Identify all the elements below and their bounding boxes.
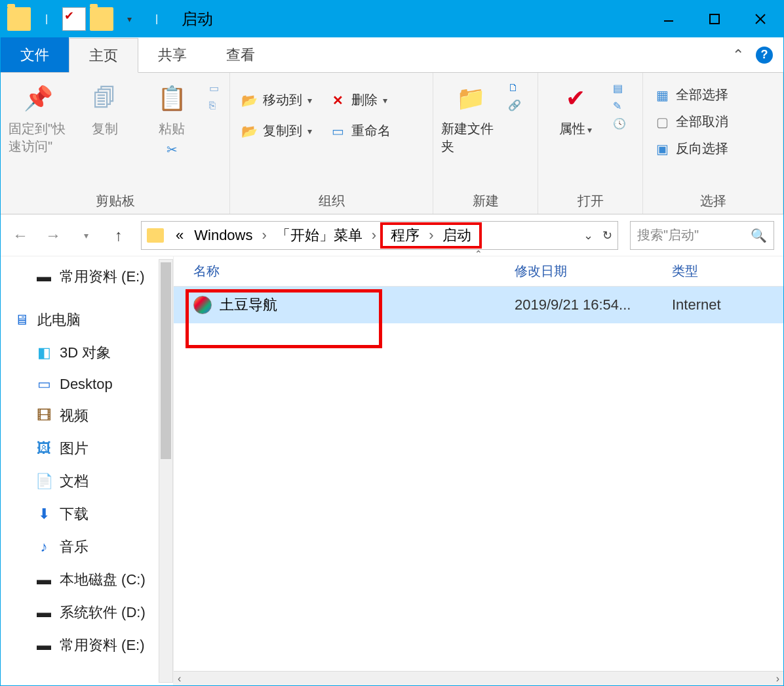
- nav-music[interactable]: ♪音乐: [1, 531, 173, 563]
- tab-file[interactable]: 文件: [1, 37, 69, 72]
- history-icon[interactable]: 🕓: [613, 117, 626, 130]
- tab-view[interactable]: 查看: [206, 37, 275, 72]
- breadcrumb-startmenu[interactable]: 「开始」菜单: [271, 226, 368, 245]
- picture-icon: 🖼: [35, 441, 53, 456]
- qat-sep: |: [35, 7, 58, 31]
- cube-icon: ◧: [35, 345, 53, 361]
- copy-button[interactable]: 🗐 复制: [75, 78, 134, 138]
- breadcrumb-sep-1: ›: [258, 227, 271, 244]
- nav-scrollbar[interactable]: [159, 259, 173, 683]
- new-item-icon[interactable]: 🗋: [508, 82, 521, 94]
- select-all-button[interactable]: ▦全部选择: [651, 85, 731, 105]
- nav-downloads[interactable]: ⬇下载: [1, 498, 173, 531]
- qat-folder-icon[interactable]: [90, 7, 113, 31]
- recent-dropdown-icon[interactable]: ▾: [75, 230, 96, 241]
- nav-drive-e[interactable]: ▬常用资料 (E:): [1, 629, 173, 662]
- scissors-icon: ✂: [167, 142, 178, 157]
- breadcrumb-sep-3: ›: [425, 227, 437, 244]
- nav-drive-c[interactable]: ▬本地磁盘 (C:): [1, 563, 173, 596]
- qat-properties-icon[interactable]: [62, 7, 86, 31]
- nav-videos[interactable]: 🎞视频: [1, 399, 173, 432]
- drive-icon: ▬: [35, 605, 53, 620]
- rename-button[interactable]: ▭重命名: [326, 121, 393, 141]
- nav-drive-d[interactable]: ▬系统软件 (D:): [1, 596, 173, 629]
- search-icon: 🔍: [751, 228, 767, 243]
- qat-dropdown-icon[interactable]: ▾: [117, 7, 141, 31]
- breadcrumb-sep-2: ›: [368, 227, 380, 244]
- address-dropdown-icon[interactable]: ⌄: [583, 228, 593, 243]
- nav-pictures[interactable]: 🖼图片: [1, 432, 173, 465]
- refresh-button[interactable]: ↻: [602, 228, 612, 243]
- address-row: ← → ▾ ↑ « Windows › 「开始」菜单 › 程序 › 启动 ⌄ ↻…: [1, 214, 783, 256]
- drive-icon: ▬: [35, 269, 53, 285]
- quick-access-toolbar: | ▾ |: [1, 7, 168, 31]
- up-button[interactable]: ↑: [108, 226, 129, 245]
- file-list: ⌃ 名称 修改日期 类型 土豆导航 2019/9/21 16:54... Int…: [174, 256, 783, 685]
- move-to-button[interactable]: 📂移动到: [238, 90, 315, 110]
- select-none-button[interactable]: ▢全部取消: [651, 111, 731, 132]
- invert-selection-button[interactable]: ▣反向选择: [651, 138, 731, 159]
- edit-icon[interactable]: ✎: [613, 100, 626, 112]
- pin-icon: 📌: [22, 82, 54, 115]
- new-folder-button[interactable]: 📁 新建文件夹: [441, 78, 500, 155]
- ribbon-tabs: 文件 主页 共享 查看 ⌃ ?: [1, 37, 783, 73]
- breadcrumb-windows[interactable]: Windows: [189, 227, 258, 244]
- nav-3d-objects[interactable]: ◧3D 对象: [1, 336, 173, 369]
- forward-button[interactable]: →: [43, 226, 64, 245]
- document-icon: 📄: [35, 474, 53, 489]
- delete-button[interactable]: ✕删除: [326, 90, 390, 110]
- music-icon: ♪: [35, 539, 53, 555]
- ribbon: 📌 固定到"快速访问" 🗐 复制 📋 粘贴 ✂ ▭ ⎘ 剪贴板 📂移动到 ✕删: [1, 73, 783, 214]
- nav-documents[interactable]: 📄文档: [1, 465, 173, 498]
- new-folder-label: 新建文件夹: [441, 120, 500, 155]
- group-new-label: 新建: [441, 188, 530, 211]
- drive-icon: ▬: [35, 572, 53, 588]
- collapse-ribbon-icon[interactable]: ⌃: [732, 47, 744, 64]
- window-title: 启动: [182, 9, 213, 30]
- highlight-breadcrumb: 程序 › 启动: [380, 222, 482, 249]
- properties-label: 属性: [559, 120, 593, 138]
- close-button[interactable]: [737, 1, 783, 37]
- copy-to-button[interactable]: 📂复制到: [238, 121, 315, 141]
- breadcrumb-startup[interactable]: 启动: [437, 226, 477, 245]
- minimize-button[interactable]: [646, 1, 692, 37]
- explorer-icon: [7, 7, 31, 31]
- select-none-icon: ▢: [654, 113, 671, 131]
- nav-desktop[interactable]: ▭Desktop: [1, 369, 173, 399]
- breadcrumb-programs[interactable]: 程序: [385, 226, 425, 245]
- easy-access-icon[interactable]: 🔗: [508, 99, 521, 111]
- move-to-icon: 📂: [241, 92, 258, 109]
- group-clipboard-label: 剪贴板: [9, 188, 222, 211]
- tab-home[interactable]: 主页: [69, 38, 138, 73]
- paste-button[interactable]: 📋 粘贴 ✂: [142, 78, 201, 157]
- open-icon[interactable]: ▤: [613, 82, 626, 94]
- copy-path-icon[interactable]: ▭: [209, 82, 219, 94]
- file-row[interactable]: 土豆导航 2019/9/21 16:54... Internet: [174, 287, 783, 323]
- col-type[interactable]: 类型: [672, 262, 783, 280]
- pin-to-quick-access-button[interactable]: 📌 固定到"快速访问": [9, 78, 68, 155]
- horizontal-scrollbar[interactable]: ‹›: [174, 671, 783, 685]
- qat-sep2: |: [145, 7, 168, 31]
- maximize-button[interactable]: [692, 1, 737, 37]
- copy-icon: 🗐: [88, 82, 121, 115]
- search-box[interactable]: 搜索"启动" 🔍: [630, 221, 774, 250]
- copy-to-icon: 📂: [241, 123, 258, 140]
- nav-drive-e-top[interactable]: ▬常用资料 (E:): [1, 260, 173, 293]
- address-bar[interactable]: « Windows › 「开始」菜单 › 程序 › 启动 ⌄ ↻: [141, 221, 618, 250]
- help-button[interactable]: ?: [756, 47, 773, 64]
- properties-button[interactable]: ✔ 属性: [546, 78, 605, 138]
- col-date[interactable]: 修改日期: [515, 262, 672, 280]
- invert-selection-icon: ▣: [654, 140, 671, 157]
- new-folder-icon: 📁: [454, 82, 487, 115]
- paste-icon: 📋: [155, 82, 188, 115]
- col-name[interactable]: 名称: [174, 262, 515, 280]
- tab-share[interactable]: 共享: [138, 37, 206, 72]
- paste-shortcut-icon[interactable]: ⎘: [209, 100, 219, 111]
- address-folder-icon: [147, 228, 164, 243]
- scrollbar-thumb[interactable]: [161, 262, 171, 459]
- back-button[interactable]: ←: [10, 226, 31, 245]
- group-open-label: 打开: [546, 188, 635, 211]
- nav-this-pc[interactable]: 🖥此电脑: [1, 304, 173, 336]
- copy-label: 复制: [92, 120, 118, 138]
- paste-label: 粘贴: [159, 120, 185, 138]
